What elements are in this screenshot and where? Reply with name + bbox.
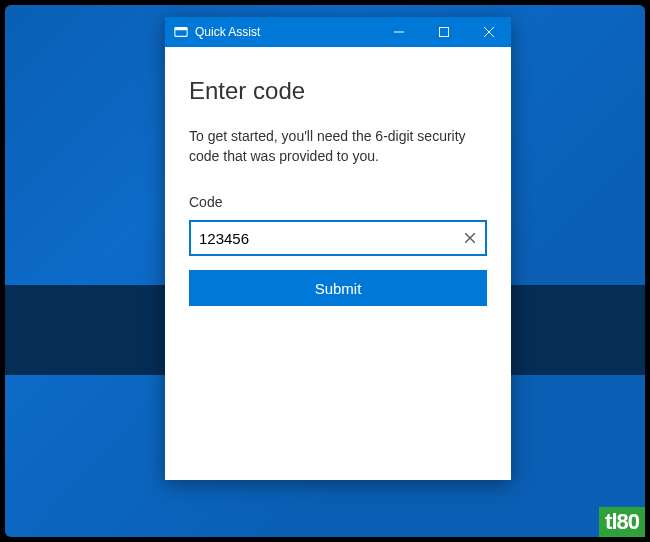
code-input[interactable] (191, 224, 455, 253)
page-heading: Enter code (189, 77, 487, 105)
watermark: tl80 (599, 507, 645, 537)
maximize-button[interactable] (421, 17, 466, 47)
window-title: Quick Assist (195, 25, 260, 39)
svg-rect-1 (175, 28, 187, 31)
desktop-background: Quick Assist Enter code To get started, … (5, 5, 645, 537)
submit-button[interactable]: Submit (189, 270, 487, 306)
minimize-button[interactable] (376, 17, 421, 47)
window-content: Enter code To get started, you'll need t… (165, 47, 511, 330)
clear-input-button[interactable] (455, 222, 485, 254)
app-icon (173, 24, 189, 40)
code-label: Code (189, 194, 487, 210)
code-input-wrap[interactable] (189, 220, 487, 256)
titlebar[interactable]: Quick Assist (165, 17, 511, 47)
svg-rect-3 (439, 28, 448, 37)
close-button[interactable] (466, 17, 511, 47)
quick-assist-window: Quick Assist Enter code To get started, … (165, 17, 511, 480)
instruction-text: To get started, you'll need the 6-digit … (189, 127, 487, 166)
